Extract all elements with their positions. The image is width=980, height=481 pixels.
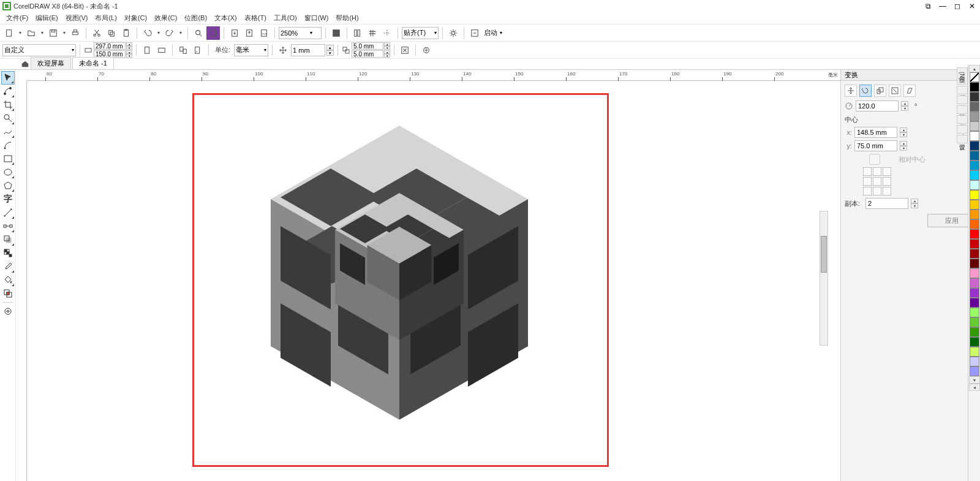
fullscreen-button[interactable] bbox=[330, 26, 343, 40]
undo-button[interactable] bbox=[141, 26, 154, 40]
sidetab-hints[interactable]: 提示(N) bbox=[957, 67, 968, 85]
scale-tab[interactable] bbox=[874, 85, 886, 97]
launch-combo[interactable]: 启动▾ bbox=[483, 27, 512, 39]
show-guides-button[interactable] bbox=[380, 26, 394, 40]
menu-effects[interactable]: 效果(C) bbox=[151, 12, 181, 24]
zoom-combo[interactable]: ▾ bbox=[279, 27, 322, 39]
menu-bitmap[interactable]: 位图(B) bbox=[181, 12, 211, 24]
color-swatch[interactable] bbox=[970, 308, 979, 317]
portrait-button[interactable] bbox=[140, 44, 154, 57]
quick-customize-icon[interactable] bbox=[420, 44, 433, 57]
publish-pdf-button[interactable]: PDF bbox=[257, 26, 271, 40]
color-swatch[interactable] bbox=[970, 131, 979, 141]
search-button[interactable] bbox=[192, 26, 205, 40]
open-button[interactable] bbox=[24, 26, 38, 40]
anchor-br[interactable] bbox=[883, 187, 891, 195]
nudge-spinner[interactable]: ▴▾ bbox=[326, 45, 334, 56]
maximize-button[interactable]: ◻ bbox=[952, 2, 963, 10]
color-swatch[interactable] bbox=[970, 298, 979, 308]
smart-fill-tool[interactable] bbox=[1, 287, 15, 300]
cy-spinner[interactable]: ▴▾ bbox=[900, 141, 907, 151]
print-button[interactable] bbox=[69, 26, 82, 40]
cx-spinner[interactable]: ▴▾ bbox=[900, 127, 907, 137]
redo-dropdown[interactable]: ▾ bbox=[178, 26, 184, 40]
color-swatch[interactable] bbox=[970, 141, 979, 151]
shape-tool[interactable] bbox=[1, 85, 15, 98]
rotate-tab[interactable] bbox=[859, 85, 872, 97]
anchor-tr[interactable] bbox=[883, 167, 891, 176]
color-swatch[interactable] bbox=[970, 327, 979, 337]
save-button[interactable] bbox=[47, 26, 60, 40]
app-launcher-icon[interactable] bbox=[468, 26, 481, 40]
anchor-mr[interactable] bbox=[883, 177, 891, 186]
dupy-spinner[interactable]: ▴▾ bbox=[384, 50, 390, 58]
export-button[interactable] bbox=[243, 26, 256, 40]
drop-shadow-tool[interactable] bbox=[1, 233, 15, 246]
nudge-input[interactable] bbox=[291, 44, 325, 56]
dup-x-input[interactable] bbox=[352, 42, 383, 50]
color-swatch[interactable] bbox=[970, 317, 979, 327]
show-grid-button[interactable] bbox=[366, 26, 379, 40]
color-swatch[interactable] bbox=[970, 357, 979, 366]
new-dropdown[interactable]: ▾ bbox=[17, 26, 23, 40]
eyedropper-tool[interactable] bbox=[1, 260, 15, 273]
parallel-dimension-tool[interactable] bbox=[1, 206, 15, 219]
height-spinner[interactable]: ▴▾ bbox=[126, 50, 132, 58]
color-swatch[interactable] bbox=[970, 347, 979, 357]
anchor-ml[interactable] bbox=[863, 177, 872, 186]
sidetab-settings[interactable]: 设置 bbox=[957, 135, 968, 143]
polygon-tool[interactable] bbox=[1, 179, 15, 192]
sidetab-align[interactable]: 对齐与分布 bbox=[957, 96, 968, 104]
transparency-tool[interactable] bbox=[1, 246, 15, 260]
no-color-swatch[interactable] bbox=[970, 72, 979, 82]
help-ext-icon[interactable]: ⧉ bbox=[922, 2, 933, 10]
text-tool[interactable]: 字 bbox=[1, 192, 15, 206]
center-x-input[interactable] bbox=[854, 127, 897, 138]
connector-tool[interactable] bbox=[1, 219, 15, 233]
color-swatch[interactable] bbox=[970, 249, 979, 259]
size-tab[interactable] bbox=[889, 85, 901, 97]
palette-down[interactable]: ▾ bbox=[969, 376, 980, 384]
color-swatch[interactable] bbox=[970, 288, 979, 298]
zoom-input[interactable] bbox=[281, 29, 310, 37]
artistic-media-tool[interactable] bbox=[1, 138, 15, 152]
color-swatch[interactable] bbox=[970, 170, 979, 180]
sidetab-text-props[interactable]: 文本属性 bbox=[957, 115, 968, 124]
palette-up[interactable]: ▴ bbox=[969, 65, 980, 72]
dup-y-input[interactable] bbox=[352, 50, 383, 58]
color-swatch[interactable] bbox=[970, 229, 979, 239]
undo-dropdown[interactable]: ▾ bbox=[156, 26, 162, 40]
copies-spinner[interactable]: ▴▾ bbox=[911, 199, 918, 208]
color-swatch[interactable] bbox=[970, 200, 979, 210]
color-swatch[interactable] bbox=[970, 259, 979, 268]
menu-view[interactable]: 视图(V) bbox=[62, 12, 92, 24]
menu-edit[interactable]: 编辑(E) bbox=[32, 12, 62, 24]
save-dropdown[interactable]: ▾ bbox=[61, 26, 67, 40]
color-swatch[interactable] bbox=[970, 112, 979, 121]
anchor-bc[interactable] bbox=[873, 187, 881, 195]
anchor-bl[interactable] bbox=[863, 187, 872, 195]
copy-button[interactable] bbox=[105, 26, 118, 40]
options-button[interactable] bbox=[447, 26, 460, 40]
anchor-mc[interactable] bbox=[873, 177, 881, 186]
copies-input[interactable] bbox=[865, 198, 908, 209]
center-y-input[interactable] bbox=[854, 140, 897, 151]
angle-spinner[interactable]: ▴▾ bbox=[901, 101, 908, 111]
paste-button[interactable] bbox=[119, 26, 133, 40]
color-swatch[interactable] bbox=[970, 121, 979, 131]
quick-customize-toolbox[interactable] bbox=[1, 305, 15, 318]
snap-combo[interactable]: 贴齐(T)▾ bbox=[402, 27, 439, 39]
new-button[interactable] bbox=[2, 26, 16, 40]
close-button[interactable]: ✕ bbox=[967, 2, 978, 10]
minimize-button[interactable]: — bbox=[937, 2, 948, 10]
freehand-tool[interactable] bbox=[1, 125, 15, 138]
color-swatch[interactable] bbox=[970, 268, 979, 278]
show-rulers-button[interactable] bbox=[351, 26, 364, 40]
horizontal-ruler[interactable]: 毫米 6070809010011012013014015016017018019… bbox=[27, 70, 840, 81]
menu-object[interactable]: 对象(C) bbox=[121, 12, 151, 24]
color-swatch[interactable] bbox=[970, 180, 979, 190]
dupx-spinner[interactable]: ▴▾ bbox=[384, 42, 390, 50]
position-tab[interactable] bbox=[845, 85, 857, 97]
landscape-button[interactable] bbox=[155, 44, 168, 57]
import-button[interactable] bbox=[228, 26, 241, 40]
